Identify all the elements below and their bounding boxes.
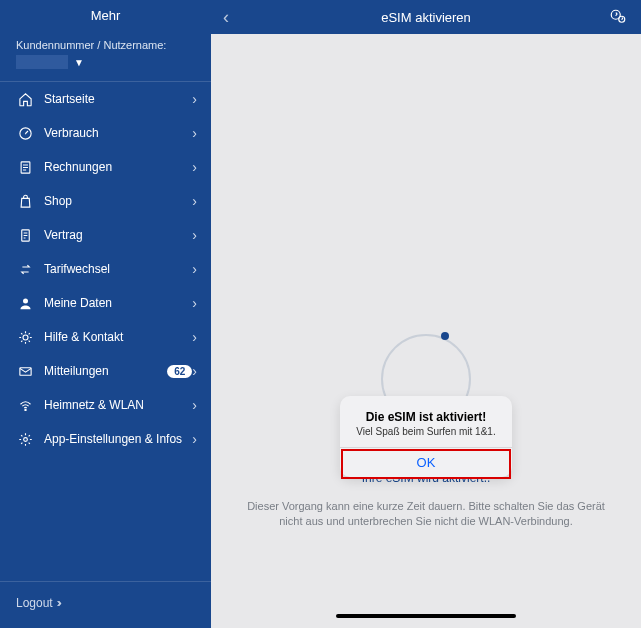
logout-arrow-icon: ›› xyxy=(57,596,59,610)
sidebar-item-home[interactable]: Startseite› xyxy=(0,82,211,116)
customer-block: Kundennummer / Nutzername: ▼ xyxy=(0,33,211,81)
chevron-right-icon: › xyxy=(192,261,197,277)
sidebar-item-label: Tarifwechsel xyxy=(44,262,192,276)
sidebar-item-label: App-Einstellungen & Infos xyxy=(44,432,192,446)
sidebar-item-user[interactable]: Meine Daten› xyxy=(0,286,211,320)
sidebar-item-label: Rechnungen xyxy=(44,160,192,174)
mail-icon xyxy=(16,364,34,379)
help-button[interactable] xyxy=(609,8,629,26)
caret-down-icon: ▼ xyxy=(74,57,84,68)
customer-label: Kundennummer / Nutzername: xyxy=(16,39,195,51)
logout-label: Logout xyxy=(16,596,53,610)
sidebar-item-label: Verbrauch xyxy=(44,126,192,140)
customer-number-redacted xyxy=(16,55,68,69)
help-icon xyxy=(16,330,34,345)
sidebar-item-wifi[interactable]: Heimnetz & WLAN› xyxy=(0,388,211,422)
chevron-right-icon: › xyxy=(192,193,197,209)
svg-point-7 xyxy=(23,437,27,441)
sidebar-item-label: Heimnetz & WLAN xyxy=(44,398,192,412)
sidebar-item-label: Startseite xyxy=(44,92,192,106)
sidebar-item-contract[interactable]: Vertrag› xyxy=(0,218,211,252)
logout-button[interactable]: Logout›› xyxy=(0,581,211,628)
chevron-right-icon: › xyxy=(192,159,197,175)
chevron-right-icon: › xyxy=(192,363,197,379)
sidebar-item-bag[interactable]: Shop› xyxy=(0,184,211,218)
sidebar-item-swap[interactable]: Tarifwechsel› xyxy=(0,252,211,286)
sidebar-item-help[interactable]: Hilfe & Kontakt› xyxy=(0,320,211,354)
sidebar-item-mail[interactable]: Mitteilungen62› xyxy=(0,354,211,388)
help-icon xyxy=(609,8,627,26)
svg-point-3 xyxy=(23,298,28,303)
sidebar: Mehr Kundennummer / Nutzername: ▼ Starts… xyxy=(0,0,211,628)
topbar: ‹ eSIM aktivieren xyxy=(211,0,641,34)
chevron-right-icon: › xyxy=(192,125,197,141)
main: ‹ eSIM aktivieren Ihre eSIM wird aktivie… xyxy=(211,0,641,628)
chevron-right-icon: › xyxy=(192,227,197,243)
content: Ihre eSIM wird aktiviert.. Dieser Vorgan… xyxy=(211,34,641,628)
chevron-right-icon: › xyxy=(192,329,197,345)
chevron-right-icon: › xyxy=(192,397,197,413)
sidebar-item-gauge[interactable]: Verbrauch› xyxy=(0,116,211,150)
svg-point-6 xyxy=(24,409,25,410)
contract-icon xyxy=(16,228,34,243)
sidebar-item-label: Meine Daten xyxy=(44,296,192,310)
sidebar-item-invoice[interactable]: Rechnungen› xyxy=(0,150,211,184)
gear-icon xyxy=(16,432,34,447)
bag-icon xyxy=(16,194,34,209)
customer-dropdown[interactable]: ▼ xyxy=(16,55,195,69)
sidebar-item-label: Vertrag xyxy=(44,228,192,242)
dialog-message: Viel Spaß beim Surfen mit 1&1. xyxy=(350,426,502,437)
sidebar-title: Mehr xyxy=(0,0,211,33)
alert-dialog: Die eSIM ist aktiviert! Viel Spaß beim S… xyxy=(340,396,512,477)
badge: 62 xyxy=(167,365,192,378)
sidebar-item-label: Shop xyxy=(44,194,192,208)
dialog-ok-button[interactable]: OK xyxy=(340,447,512,477)
sidebar-item-gear[interactable]: App-Einstellungen & Infos› xyxy=(0,422,211,456)
svg-point-4 xyxy=(23,335,28,340)
spinner-dot xyxy=(441,332,449,340)
page-title: eSIM aktivieren xyxy=(243,10,609,25)
chevron-right-icon: › xyxy=(192,91,197,107)
gauge-icon xyxy=(16,126,34,141)
chevron-right-icon: › xyxy=(192,431,197,447)
dialog-title: Die eSIM ist aktiviert! xyxy=(350,410,502,424)
sidebar-item-label: Hilfe & Kontakt xyxy=(44,330,192,344)
chevron-right-icon: › xyxy=(192,295,197,311)
sidebar-item-label: Mitteilungen xyxy=(44,364,159,378)
back-button[interactable]: ‹ xyxy=(223,7,243,28)
wifi-icon xyxy=(16,398,34,413)
hint-text: Dieser Vorgang kann eine kurze Zeit daue… xyxy=(211,499,641,530)
sidebar-menu: Startseite›Verbrauch›Rechnungen›Shop›Ver… xyxy=(0,82,211,456)
invoice-icon xyxy=(16,160,34,175)
home-icon xyxy=(16,92,34,107)
user-icon xyxy=(16,296,34,311)
home-indicator[interactable] xyxy=(336,614,516,618)
swap-icon xyxy=(16,262,34,277)
